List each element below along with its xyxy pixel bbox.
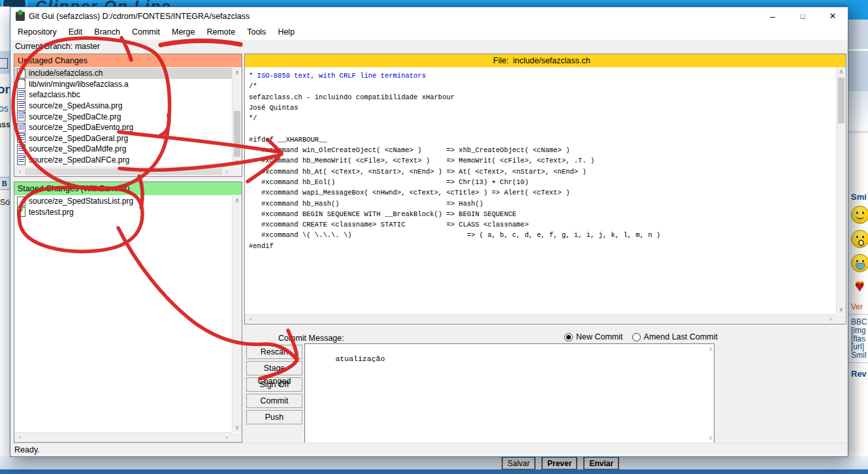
diff-line: */ [249,113,836,123]
scrollbar-thumb[interactable] [234,111,240,157]
title-bar[interactable]: Git Gui (sefazclass) D:/cdrom/FONTES/INT… [10,7,848,25]
scroll-up-icon[interactable]: ∧ [837,67,846,76]
diff-line: #xcommand hb_At( <cText>, <nStart>, <nEn… [249,166,836,177]
diff-line: sefazclass.ch - incluindo compatibilidad… [249,92,836,103]
stage-changed-button[interactable]: Stage Changed [246,361,302,375]
window-controls: – □ ✕ [758,7,848,25]
commit-type-radios: New Commit Amend Last Commit [564,332,718,341]
diff-file-label: File: include/sefazclass.ch [493,54,590,67]
unstaged-vertical-scrollbar[interactable]: ∧ ∨ [232,68,242,166]
site-logo-icon [1,0,27,7]
file-row[interactable]: source/ze_SpedStatusList.prg [14,196,232,207]
scroll-up-icon[interactable]: ∧ [233,68,242,77]
diff-text[interactable]: * ISO-8859 text, with CRLF line terminat… [245,67,836,314]
page-fragment-bold: ass [0,120,10,129]
flaming-heart-icon[interactable]: ♥ [851,278,868,295]
git-gui-app-icon [16,12,25,21]
file-name: source/ze_SpedDaNFCe.prg [29,155,129,165]
scroll-right-icon[interactable]: › [222,167,231,176]
commit-message-input[interactable]: atualização ∧ ∨ [304,343,715,444]
menu-branch[interactable]: Branch [88,25,126,37]
smilies-header: Smi [851,192,867,202]
scroll-right-icon[interactable]: › [222,433,231,442]
menu-help[interactable]: Help [272,25,300,37]
amend-last-commit-radio[interactable]: Amend Last Commit [632,332,718,341]
page-bottom-area [0,456,868,470]
scroll-left-icon[interactable]: ‹ [246,315,255,324]
file-row[interactable]: source/ze_SpedDaNFCe.prg [14,155,232,166]
scrollbar-corner [233,433,242,442]
file-row[interactable]: source/ze_SpedDaCte.prg [14,111,232,122]
menu-tools[interactable]: Tools [241,25,272,37]
file-row[interactable]: source/ze_SpedAssina.prg [14,101,232,112]
sidebar-bbcode-links: BBC[img[flas[url]Smil [851,318,867,360]
smiley-icon[interactable] [851,206,868,224]
bbcode-link[interactable]: Smil [851,351,867,360]
file-row[interactable]: sefazclass.hbc [14,89,232,101]
diff-panel: Untracked, not staged File: include/sefa… [244,54,846,324]
scroll-right-icon[interactable]: › [826,315,835,324]
scroll-down-icon[interactable]: ∨ [837,305,846,314]
file-row[interactable]: lib/win/mingw/libsefazclass.a [14,79,232,90]
scrollbar-thumb[interactable] [838,78,844,123]
file-row[interactable]: source/ze_SpedDaGeral.prg [14,133,232,144]
sidebar-divider [848,314,868,315]
menu-repository[interactable]: Repository [12,25,63,37]
view-more-smilies-link[interactable]: Ver [851,302,863,311]
menu-remote[interactable]: Remote [201,25,241,37]
file-row[interactable]: source/ze_SpedDaEvento.prg [14,122,232,133]
rescan-button[interactable]: Rescan [246,345,302,359]
file-name: source/ze_SpedDaCte.prg [29,112,121,121]
page-bottom-bar [0,469,868,474]
diff-line: #xcommand CREATE <classname> STATIC => C… [249,219,836,230]
unstaged-changes-panel: Unstaged Changes include/sefazclass.chli… [14,54,242,177]
unstaged-horizontal-scrollbar[interactable]: ‹ › [14,166,233,176]
commit-button[interactable]: Commit [246,394,302,408]
page-band-gray2 [847,51,868,91]
minimize-icon[interactable]: – [758,7,788,25]
diff-horizontal-scrollbar[interactable]: ‹ › [245,314,837,324]
scroll-down-icon[interactable]: ∨ [233,423,242,432]
scroll-left-icon[interactable]: ‹ [16,433,25,442]
page-fragment-link[interactable]: os [0,103,8,114]
file-name: sefazclass.hbc [29,90,80,99]
menu-edit[interactable]: Edit [63,25,89,37]
scrollbar-thumb[interactable] [25,168,222,175]
staged-horizontal-scrollbar[interactable]: ‹ › [14,432,233,442]
surprised-smiley-icon[interactable] [851,230,868,248]
menu-commit[interactable]: Commit [126,25,166,37]
page-fragment-plain: Só [0,198,10,207]
diff-line: /* [249,81,836,91]
new-commit-radio[interactable]: New Commit [564,332,623,341]
file-row[interactable]: tests/test.prg [14,207,232,218]
new-commit-label: New Commit [576,332,623,341]
diff-vertical-scrollbar[interactable]: ∧ ∨ [836,67,846,314]
scroll-left-icon[interactable]: ‹ [16,167,25,176]
salvar-button[interactable]: Salvar [502,456,536,470]
file-row[interactable]: source/ze_SpedDaMdfe.prg [14,144,232,155]
sidebar-divider [848,362,868,363]
crying-smiley-icon[interactable] [851,254,868,272]
window-title: Git Gui (sefazclass) D:/cdrom/FONTES/INT… [29,12,249,21]
scroll-down-icon[interactable]: ∨ [233,157,242,166]
file-row[interactable]: include/sefazclass.ch [14,68,232,79]
close-icon[interactable]: ✕ [818,7,848,25]
menu-merge[interactable]: Merge [166,25,201,37]
staged-file-list: source/ze_SpedStatusList.prgtests/test.p… [14,196,232,432]
maximize-icon[interactable]: □ [788,7,818,25]
bbcode-link[interactable]: [img [851,326,867,335]
file-name: source/ze_SpedDaEvento.prg [29,123,133,132]
scroll-up-icon[interactable]: ∧ [233,196,242,205]
push-button[interactable]: Push [246,410,302,424]
bbcode-link[interactable]: BBC [851,318,867,326]
prever-button[interactable]: Prever [541,456,577,470]
scrollbar-corner [233,167,242,176]
scroll-up-icon[interactable]: ∧ [709,345,713,353]
scroll-down-icon[interactable]: ∨ [709,434,713,442]
modified-file-icon [17,90,25,100]
diff-line: #xcommand hb_MemoWrit( <cFile>, <cText> … [249,155,836,166]
enviar-button[interactable]: Enviar [583,456,619,470]
staged-vertical-scrollbar[interactable]: ∧ ∨ [232,196,242,432]
file-name: source/ze_SpedAssina.prg [29,101,122,110]
sign-off-button[interactable]: Sign Off [246,377,302,392]
